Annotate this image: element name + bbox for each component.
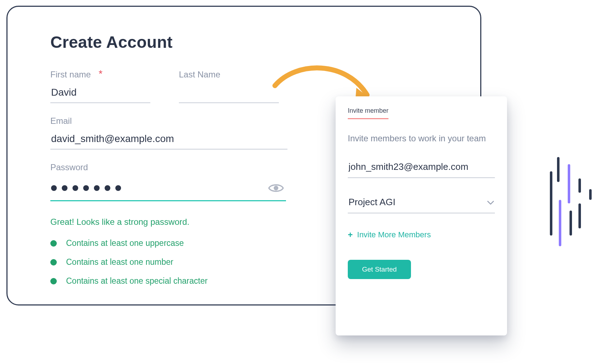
plus-icon: + — [348, 230, 353, 240]
password-dot — [105, 185, 110, 191]
check-bullet-icon — [50, 259, 57, 266]
decorative-bar — [559, 200, 561, 246]
invite-email-input[interactable] — [348, 158, 495, 178]
decorative-bar — [557, 157, 560, 182]
invite-member-card: Invite member Invite members to work in … — [336, 96, 507, 335]
password-input[interactable] — [51, 185, 121, 191]
last-name-field: Last Name — [179, 70, 279, 103]
decorative-bar — [570, 211, 572, 236]
svg-point-0 — [274, 186, 279, 191]
decorative-bar — [568, 164, 570, 203]
check-bullet-icon — [50, 278, 57, 284]
last-name-label: Last Name — [179, 70, 220, 80]
chevron-down-icon — [487, 197, 494, 208]
password-rule-text: Contains at least one number — [66, 257, 173, 267]
password-label: Password — [50, 162, 88, 172]
password-dot — [51, 185, 57, 191]
email-label: Email — [50, 116, 72, 126]
decorative-bar — [578, 203, 581, 228]
decorative-bars — [514, 157, 596, 264]
email-input[interactable] — [50, 131, 287, 150]
check-bullet-icon — [50, 240, 57, 247]
last-name-input[interactable] — [179, 85, 279, 103]
project-select[interactable]: Project AGI — [348, 194, 495, 213]
password-dot — [83, 185, 89, 191]
password-dot — [72, 185, 78, 191]
password-rule-text: Contains at least one uppercase — [66, 238, 184, 248]
first-name-label: First name — [50, 70, 91, 80]
project-selected-value: Project AGI — [348, 197, 396, 208]
first-name-input[interactable] — [50, 85, 150, 103]
password-dot — [94, 185, 100, 191]
password-dot — [62, 185, 67, 191]
invite-heading: Invite members to work in your team — [348, 133, 495, 143]
page-title: Create Account — [50, 32, 449, 52]
invite-more-label: Invite More Members — [357, 230, 431, 239]
decorative-bar — [578, 178, 581, 193]
password-rule-text: Contains at least one special character — [66, 276, 207, 286]
decorative-bar — [589, 189, 592, 200]
required-asterisk-icon: * — [99, 69, 102, 79]
first-name-field: First name * — [50, 70, 150, 103]
invite-more-button[interactable]: + Invite More Members — [348, 230, 431, 240]
tab-invite-member[interactable]: Invite member — [348, 107, 388, 119]
get-started-button[interactable]: Get Started — [348, 260, 411, 279]
eye-icon[interactable] — [268, 182, 284, 194]
decorative-bar — [550, 171, 552, 236]
password-dot — [115, 185, 121, 191]
